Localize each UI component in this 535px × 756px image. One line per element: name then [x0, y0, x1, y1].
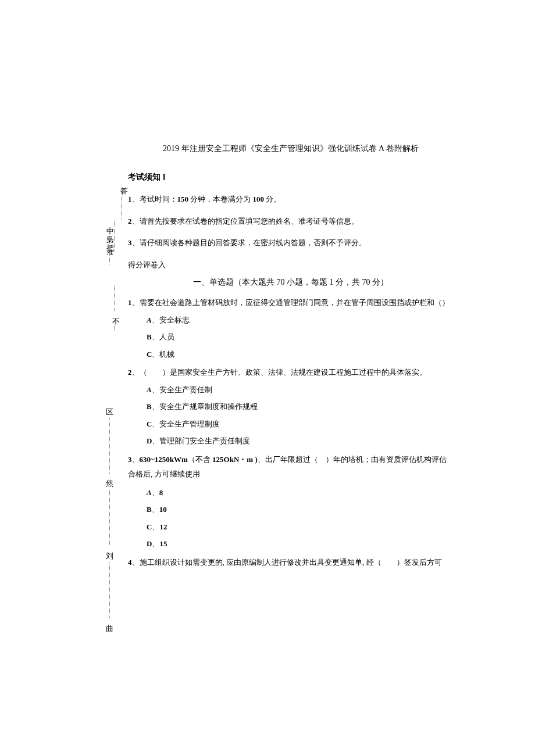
option-label: C — [147, 350, 152, 359]
option-text: 、管理部门安全生产责任制度 — [152, 436, 250, 445]
question-text: 2、（ ）是国家安全生产方针、政策、法律、法规在建设工程施工过程中的具体落实。 — [128, 367, 454, 378]
question: 3、630~1250kWm（不含 125OkN・m )、出厂年限超过（ ）年的塔… — [128, 454, 454, 550]
margin-dots — [114, 323, 115, 331]
notice-item: 2、请首先按要求在试卷的指定位置填写您的姓名、准考证号等信息。 — [128, 216, 454, 227]
notice-strong: 100 — [253, 195, 265, 203]
margin-char: 曲 — [106, 624, 113, 634]
option: B、人员 — [147, 331, 454, 343]
question: 1、需要在社会道路上管材码放时，应征得交通管理部门同意，并在管子周围设围挡或护栏… — [128, 297, 454, 360]
option-label: B — [147, 402, 152, 411]
notice-text: 分钟，本卷满分为 — [188, 195, 253, 203]
question-text: 4、施工组织设计如需变更的, 应由原编制人进行修改并出具变更通知单, 经（ ）签… — [128, 557, 454, 568]
q3-pre: 、 — [132, 455, 140, 464]
question-continuation: 合格后, 方可继续使用 — [128, 468, 454, 480]
notice-text: 、请首先按要求在试卷的指定位置填写您的姓名、准考证号等信息。 — [132, 217, 359, 225]
q3-mid: 、出厂年限超过（ ）年的塔机；由有资质评估机构评估 — [258, 455, 447, 464]
option-label: B — [147, 505, 152, 514]
option: B、10 — [147, 504, 454, 515]
option-text: 、安全生产责任制 — [152, 385, 212, 394]
q3-strong: 630~1250kWm — [140, 455, 188, 464]
margin-char: 刘 — [106, 551, 113, 561]
option: D、15 — [147, 538, 454, 550]
option: C、安全生产管理制度 — [147, 418, 454, 430]
question: 2、（ ）是国家安全生产方针、政策、法律、法规在建设工程施工过程中的具体落实。 … — [128, 367, 454, 447]
option-label: D — [147, 539, 152, 548]
question-text: 3、630~1250kWm（不含 125OkN・m )、出厂年限超过（ ）年的塔… — [128, 454, 454, 465]
notice-item: 3、请仔细阅读各种题目的回答要求，在密封线内答题，否则不予评分。 — [128, 237, 454, 249]
document-title: 2019 年注册安全工程师《安全生产管理知识》强化训练试卷 A 卷附解析 — [128, 142, 454, 155]
margin-dots — [109, 418, 110, 474]
option-text: 、机械 — [152, 350, 174, 359]
margin-char: 区 — [106, 407, 113, 417]
option: A、8 — [147, 487, 454, 499]
option: D、管理部门安全生产责任制度 — [147, 435, 454, 447]
option: C、12 — [147, 521, 454, 533]
option-val: 10 — [159, 505, 167, 514]
option-sep: 、 — [152, 522, 159, 531]
margin-dots — [121, 192, 122, 220]
question-body: 、需要在社会道路上管材码放时，应征得交通管理部门同意，并在管子周围设围挡或护栏和… — [132, 298, 450, 307]
question: 4、施工组织设计如需变更的, 应由原编制人进行修改并出具变更通知单, 经（ ）签… — [128, 557, 454, 568]
option-text: 、安全生产管理制度 — [152, 420, 220, 428]
notice-heading: 考试须知 I — [128, 171, 454, 183]
section-title: 一、单选题（本大题共 70 小题，每题 1 分，共 70 分） — [128, 276, 454, 288]
margin-dots — [114, 285, 115, 311]
option-label: C — [147, 420, 152, 428]
option-label: A — [147, 316, 152, 324]
score-row: 得分评卷入 — [128, 259, 454, 271]
margin-dots — [109, 490, 110, 545]
option-val: 12 — [159, 522, 167, 531]
option: B、安全生产规章制度和操作规程 — [147, 401, 454, 413]
notice-strong: 150 — [177, 195, 189, 203]
question-body: 、施工组织设计如需变更的, 应由原编制人进行修改并出具变更通知单, 经（ ）签发… — [132, 558, 442, 567]
notice-item: 1、考试时间：150 分钟，本卷满分为 100 分。 — [128, 194, 454, 205]
q3-strong: 125OkN・m ) — [212, 455, 258, 464]
option-label: A — [147, 385, 152, 394]
option-sep: 、 — [152, 539, 159, 548]
question-text: 1、需要在社会道路上管材码放时，应征得交通管理部门同意，并在管子周围设围挡或护栏… — [128, 297, 454, 309]
option-text: 、安全标志 — [152, 316, 190, 324]
margin-dots — [114, 220, 115, 252]
option-sep: 、 — [152, 488, 159, 497]
q3-mid: （不含 — [188, 455, 212, 464]
margin-dots — [109, 562, 110, 618]
margin-char: 然 — [106, 478, 113, 489]
notice-text: 、考试时间： — [132, 195, 177, 203]
option-label: B — [147, 332, 152, 341]
question-body: 、（ ）是国家安全生产方针、政策、法律、法规在建设工程施工过程中的具体落实。 — [132, 368, 427, 377]
option-text: 、人员 — [152, 332, 174, 341]
option: C、机械 — [147, 349, 454, 360]
option: A、安全生产责任制 — [147, 384, 454, 396]
margin-dots — [109, 256, 110, 264]
option: A、安全标志 — [147, 314, 454, 326]
option-label: A — [147, 488, 152, 497]
notice-text: 、请仔细阅读各种题目的回答要求，在密封线内答题，否则不予评分。 — [132, 238, 366, 247]
binding-margin: 答 中 梟 把 准 不 区 然 刘 曲 — [99, 0, 128, 756]
notice-text: 分。 — [264, 195, 281, 203]
document-body: 2019 年注册安全工程师《安全生产管理知识》强化训练试卷 A 卷附解析 考试须… — [128, 142, 454, 575]
option-text: 、安全生产规章制度和操作规程 — [152, 402, 258, 411]
option-sep: 、 — [152, 505, 159, 514]
option-label: D — [147, 436, 152, 445]
option-val: 8 — [159, 488, 163, 497]
option-label: C — [147, 522, 152, 531]
option-val: 15 — [159, 539, 167, 548]
